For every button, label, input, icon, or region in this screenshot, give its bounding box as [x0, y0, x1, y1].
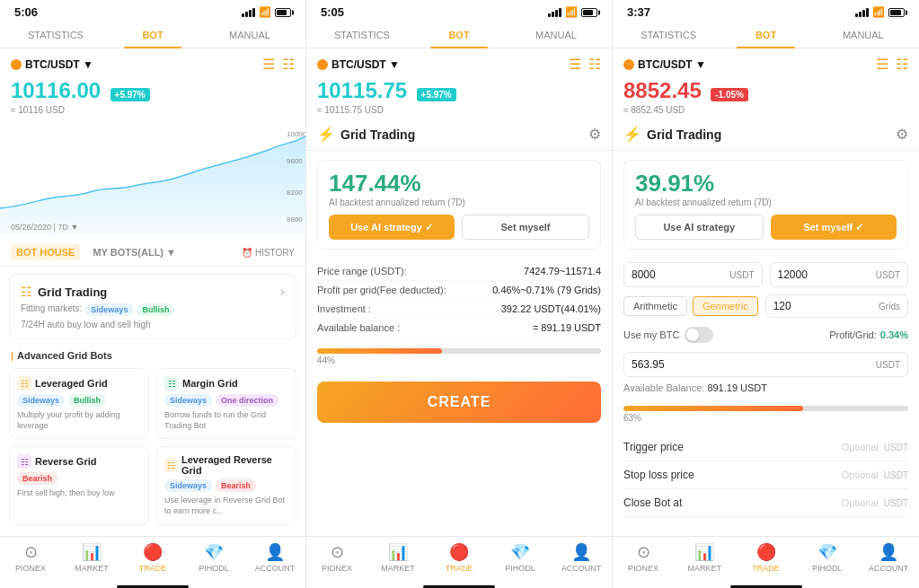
tab-manual-3[interactable]: MANUAL — [815, 22, 912, 48]
use-btc-row-3: Use my BTC Profit/Grid: 0.34% — [613, 321, 919, 348]
profit-val-3: 0.34% — [880, 329, 908, 340]
nav-trade-3[interactable]: 🔴 TRADE — [735, 542, 796, 573]
progress-label-2: 44% — [317, 355, 601, 365]
nav-market-2[interactable]: 📊 MARKET — [367, 542, 429, 573]
gt-header-2: ⚡ Grid Trading ⚙ — [306, 118, 612, 151]
bot-item-leveraged-grid[interactable]: ☷ Leveraged Grid Sideways Bullish Multip… — [9, 368, 149, 439]
tag-s0: Sideways — [17, 394, 65, 407]
info-val-2: 392.22 USDT(44.01%) — [501, 303, 601, 314]
nav-pihodl-1[interactable]: 💎 PIHODL — [183, 542, 244, 573]
tab-bot-1[interactable]: BOT — [104, 22, 201, 48]
upper-val: 12000 — [778, 268, 808, 281]
close-bot-unit: USDT — [884, 498, 908, 508]
price-display-1: 10116.00 +5.97% ≈ 10116 USD — [0, 76, 305, 118]
history-label-1: HISTORY — [255, 248, 295, 258]
filter-icon-3[interactable]: ☰ — [876, 56, 888, 73]
use-ai-btn-2[interactable]: Use AI strategy ✓ — [329, 215, 455, 240]
geometric-btn[interactable]: Geometric — [693, 296, 758, 316]
nav-label-pihodl-2: PIHODL — [505, 564, 535, 573]
trade-icon-2: 🔴 — [449, 542, 469, 562]
trade-icon-3: 🔴 — [756, 542, 776, 562]
set-myself-btn-2[interactable]: Set myself — [462, 215, 589, 240]
info-val-1: 0.46%~0.71% (79 Grids) — [492, 285, 601, 295]
chevron-right-icon-1: › — [280, 284, 285, 300]
nav-pionex-3[interactable]: ⊙ PIONEX — [613, 542, 674, 573]
advanced-section-title-1: Advanced Grid Bots — [0, 347, 305, 364]
investment-input[interactable]: 563.95 USDT — [623, 352, 908, 377]
use-ai-btn-3[interactable]: Use AI strategy — [635, 215, 764, 240]
nav-label-market-2: MARKET — [381, 564, 415, 573]
nav-market-3[interactable]: 📊 MARKET — [674, 542, 735, 573]
info-label-0: Price range (USDT): — [317, 266, 407, 276]
tab-manual-1[interactable]: MANUAL — [201, 22, 298, 48]
screen-3: 3:37 📶 STATISTICS BOT MANUAL B — [613, 0, 919, 588]
bottom-nav-1: ⊙ PIONEX 📊 MARKET 🔴 TRADE 💎 PIHODL 👤 ACC… — [0, 536, 305, 582]
market-icon-1: 📊 — [82, 542, 102, 562]
market-icon-2: 📊 — [388, 542, 408, 562]
arith-btns-3: Arithmetic Geometric — [623, 296, 758, 316]
ai-percent-2: 147.44% — [329, 170, 589, 197]
progress-wrap-3: 63% — [613, 399, 919, 430]
bh-tab-mybots[interactable]: MY BOTS(ALL) ▼ — [87, 244, 181, 260]
nav-pionex-1[interactable]: ⊙ PIONEX — [0, 542, 61, 573]
price-1: 10116.00 — [11, 78, 101, 102]
history-btn-1[interactable]: ⏰ HISTORY — [242, 248, 295, 258]
set-myself-btn-3[interactable]: Set myself ✓ — [771, 215, 897, 240]
tab-statistics-2[interactable]: STATISTICS — [314, 22, 411, 48]
price-usd-1: ≈ 10116 USD — [11, 105, 295, 115]
tab-statistics-1[interactable]: STATISTICS — [7, 22, 104, 48]
progress-bg-3 — [623, 406, 908, 411]
filter-icon-2[interactable]: ☰ — [569, 56, 581, 73]
bot-item-reverse-grid[interactable]: ☷ Reverse Grid Bearish First sell high, … — [9, 446, 149, 524]
ticker-header-1: BTC/USDT ▼ ☰ ☷ — [0, 48, 305, 76]
upper-range-input[interactable]: 12000 USDT — [770, 262, 909, 287]
tab-bot-3[interactable]: BOT — [717, 22, 814, 48]
range-inputs-3: 8000 USDT 12000 USDT — [613, 259, 919, 291]
trigger-price-val[interactable]: Optional — [842, 442, 879, 452]
nav-account-3[interactable]: 👤 ACCOUNT — [858, 542, 919, 573]
nav-label-market-1: MARKET — [75, 564, 109, 573]
grids-unit-3: Grids — [879, 302, 900, 312]
nav-account-2[interactable]: 👤 ACCOUNT — [551, 542, 612, 573]
info-label-1: Profit per grid(Fee deducted): — [317, 285, 446, 295]
nav-pihodl-2[interactable]: 💎 PIHODL — [490, 542, 551, 573]
nav-pionex-2[interactable]: ⊙ PIONEX — [306, 542, 367, 573]
nav-trade-2[interactable]: 🔴 TRADE — [429, 542, 490, 573]
use-btc-toggle[interactable] — [685, 327, 713, 343]
lower-range-input[interactable]: 8000 USDT — [623, 262, 763, 287]
nav-label-pionex-2: PIONEX — [322, 564, 352, 573]
bot-tags-3: Sideways Bearish — [164, 479, 288, 492]
arithmetic-btn[interactable]: Arithmetic — [623, 296, 687, 316]
nav-account-1[interactable]: 👤 ACCOUNT — [244, 542, 305, 573]
nav-tabs-2: STATISTICS BOT MANUAL — [306, 22, 612, 48]
list-icon-3[interactable]: ☷ — [896, 56, 908, 73]
status-icons-3: 📶 — [855, 6, 905, 18]
tab-manual-2[interactable]: MANUAL — [508, 22, 605, 48]
grid-card-header-1: ☷ Grid Trading › — [21, 284, 285, 300]
gear-icon-3[interactable]: ⚙ — [896, 126, 908, 143]
list-icon-1[interactable]: ☷ — [282, 56, 295, 73]
create-btn-2[interactable]: CREATE — [317, 382, 601, 423]
bot-tags-2: Bearish — [17, 472, 141, 485]
tab-bot-2[interactable]: BOT — [411, 22, 508, 48]
close-bot-val[interactable]: Optional — [842, 497, 879, 508]
bot-item-margin-grid[interactable]: ☷ Margin Grid Sideways One direction Bor… — [156, 368, 296, 439]
nav-trade-1[interactable]: 🔴 TRADE — [122, 542, 183, 573]
toggle-knob — [686, 329, 699, 341]
gear-icon-2[interactable]: ⚙ — [588, 126, 601, 143]
nav-pihodl-3[interactable]: 💎 PIHODL — [797, 542, 858, 573]
signal-icon-1 — [242, 8, 255, 17]
change-badge-2: +5.97% — [417, 88, 456, 101]
grid-card-title-1: ☷ Grid Trading — [21, 285, 107, 299]
info-val-3: = 891.19 USDT — [533, 322, 601, 333]
list-icon-2[interactable]: ☷ — [588, 56, 601, 73]
bh-tab-bothouse[interactable]: BOT HOUSE — [11, 244, 80, 260]
tab-statistics-3[interactable]: STATISTICS — [620, 22, 717, 48]
grid-trading-card-1[interactable]: ☷ Grid Trading › Fitting markets: Sidewa… — [9, 274, 296, 339]
nav-market-1[interactable]: 📊 MARKET — [61, 542, 122, 573]
grids-input-3[interactable]: 120 Grids — [765, 294, 908, 318]
stop-loss-val[interactable]: Optional — [842, 470, 879, 480]
progress-fill-3 — [623, 406, 803, 411]
filter-icon-1[interactable]: ☰ — [262, 56, 275, 73]
bot-item-leveraged-reverse[interactable]: ☷ Leveraged Reverse Grid Sideways Bearis… — [156, 446, 296, 524]
